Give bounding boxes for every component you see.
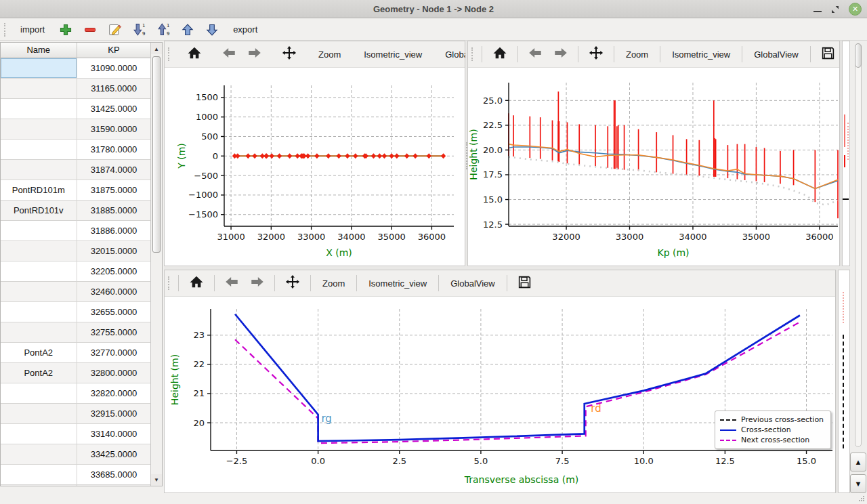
cell-kp[interactable]: 32655.0000 — [77, 301, 151, 322]
isometric-view-button[interactable]: Isometric_view — [667, 47, 736, 62]
cell-name[interactable] — [1, 98, 77, 119]
cell-kp[interactable]: 32205.0000 — [77, 261, 151, 281]
back-button[interactable] — [524, 45, 546, 64]
table-scrollbar-thumb[interactable] — [152, 56, 161, 253]
cell-name[interactable] — [1, 261, 77, 281]
cell-kp[interactable]: 33140.0000 — [77, 423, 151, 444]
cell-kp[interactable]: 32915.0000 — [77, 403, 151, 423]
import-button[interactable]: import — [15, 22, 50, 37]
cell-kp[interactable]: 31886.0000 — [77, 220, 151, 240]
table-row[interactable]: 31165.0000 — [1, 78, 151, 98]
table-row[interactable]: 32655.0000 — [1, 301, 151, 322]
table-row[interactable]: PontRD101m31875.0000 — [1, 180, 151, 200]
table-row[interactable]: PontRD101v31885.0000 — [1, 200, 151, 220]
cell-name[interactable] — [1, 403, 77, 423]
toolbar-grip[interactable] — [4, 23, 7, 37]
cell-name[interactable] — [1, 484, 77, 486]
forward-button[interactable] — [244, 45, 266, 64]
table-scroll-up-icon[interactable]: ▲ — [151, 43, 162, 54]
cell-kp[interactable]: 32770.0000 — [77, 342, 151, 362]
cell-name[interactable]: PontA2 — [1, 362, 77, 383]
table-row[interactable]: 33685.0000 — [1, 464, 151, 484]
cell-name[interactable] — [1, 281, 77, 301]
save-button[interactable] — [513, 273, 536, 294]
cell-kp[interactable]: 32800.0000 — [77, 362, 151, 383]
table-header-row[interactable]: NameKP — [1, 43, 151, 58]
cell-name[interactable] — [1, 139, 77, 159]
column-header-name[interactable]: Name — [1, 43, 77, 58]
cell-name[interactable]: PontRD101v — [1, 200, 77, 220]
table-row[interactable]: 33140.0000 — [1, 423, 151, 444]
cell-kp[interactable] — [77, 484, 151, 486]
cross-section-table[interactable]: NameKP 31090.000031165.000031425.0000315… — [1, 43, 152, 486]
cell-kp[interactable]: 31885.0000 — [77, 200, 151, 220]
forward-button[interactable] — [247, 274, 268, 293]
table-row[interactable]: PontA232800.0000 — [1, 362, 151, 383]
globalview-button[interactable]: GlobalView — [748, 47, 804, 62]
cell-kp[interactable]: 31590.0000 — [77, 119, 151, 139]
cell-kp[interactable]: 32755.0000 — [77, 322, 151, 342]
table-row[interactable]: 32460.0000 — [1, 281, 151, 301]
table-row[interactable]: 32915.0000 — [1, 403, 151, 423]
cell-kp[interactable]: 31874.0000 — [77, 159, 151, 180]
table-row[interactable] — [1, 484, 151, 486]
table-row[interactable]: 31090.0000 — [1, 58, 151, 78]
pan-button[interactable] — [585, 43, 608, 65]
isometric-view-button[interactable]: Isometric_view — [363, 276, 432, 291]
cell-kp[interactable]: 32460.0000 — [77, 281, 151, 301]
isometric-view-button[interactable]: Isometric_view — [358, 47, 427, 62]
cell-kp[interactable]: 31090.0000 — [77, 58, 151, 78]
toolbar-grip[interactable] — [471, 47, 474, 61]
zoom-button[interactable]: Zoom — [317, 276, 350, 291]
cell-kp[interactable]: 32820.0000 — [77, 383, 151, 403]
cell-kp[interactable]: 31875.0000 — [77, 180, 151, 200]
forward-button[interactable] — [550, 45, 572, 64]
sort-descending-button[interactable]: 19 — [130, 21, 148, 39]
cell-name[interactable] — [1, 301, 77, 322]
table-row[interactable]: 31590.0000 — [1, 119, 151, 139]
cell-name[interactable] — [1, 444, 77, 464]
cross-section-plot-canvas[interactable]: rgrd−2.50.02.55.07.510.012.515.020212223… — [165, 297, 835, 492]
home-button[interactable] — [488, 44, 511, 64]
maximize-icon[interactable] — [831, 5, 839, 14]
plots-vertical-scrollbar[interactable]: ▲ ▼ — [850, 41, 867, 504]
table-row[interactable]: 31425.0000 — [1, 98, 151, 119]
cell-name[interactable] — [1, 119, 77, 139]
toolbar-grip[interactable] — [168, 276, 171, 290]
cell-name[interactable]: PontA2 — [1, 342, 77, 362]
cell-name[interactable] — [1, 322, 77, 342]
cell-kp[interactable]: 33685.0000 — [77, 464, 151, 484]
table-row[interactable]: 32755.0000 — [1, 322, 151, 342]
move-up-button[interactable] — [179, 21, 196, 39]
titlebar[interactable]: Geometry - Node 1 -> Node 2 ✕ — [0, 0, 867, 18]
save-button[interactable] — [817, 44, 839, 65]
minimize-icon[interactable] — [813, 11, 822, 12]
plot-legend[interactable]: Previous cross-sectionCross-sectionNext … — [715, 411, 831, 449]
zoom-button[interactable]: Zoom — [620, 47, 654, 62]
export-button[interactable]: export — [228, 22, 263, 37]
table-row[interactable]: 31874.0000 — [1, 159, 151, 180]
column-header-kp[interactable]: KP — [77, 43, 151, 58]
table-row[interactable]: 32820.0000 — [1, 383, 151, 403]
sort-ascending-button[interactable]: 19 — [154, 21, 172, 39]
move-down-button[interactable] — [203, 21, 221, 39]
cell-name[interactable] — [1, 464, 77, 484]
table-row[interactable]: PontA232770.0000 — [1, 342, 151, 362]
table-scroll-down-icon[interactable]: ▼ — [151, 474, 162, 485]
toolbar-grip[interactable] — [168, 47, 169, 61]
cell-kp[interactable]: 31425.0000 — [77, 98, 151, 119]
cell-name[interactable] — [1, 383, 77, 403]
cell-kp[interactable]: 31780.0000 — [77, 139, 151, 159]
zoom-button[interactable]: Zoom — [313, 47, 346, 62]
close-icon[interactable]: ✕ — [849, 3, 862, 16]
table-row[interactable]: 31780.0000 — [1, 139, 151, 159]
profile-plot-canvas[interactable]: 320003300034000350003600012.515.017.520.… — [468, 68, 839, 266]
home-button[interactable] — [185, 273, 208, 293]
table-scrollbar[interactable]: ▲ ▼ — [150, 43, 162, 486]
globalview-button[interactable]: GlobalView — [445, 276, 501, 291]
vertical-splitter[interactable] — [465, 41, 467, 266]
cell-name[interactable] — [1, 423, 77, 444]
cell-name[interactable] — [1, 78, 77, 98]
xy-plot-canvas[interactable]: 3100032000330003400035000360001500100050… — [165, 68, 465, 266]
scrollbar-thumb[interactable] — [855, 43, 862, 68]
